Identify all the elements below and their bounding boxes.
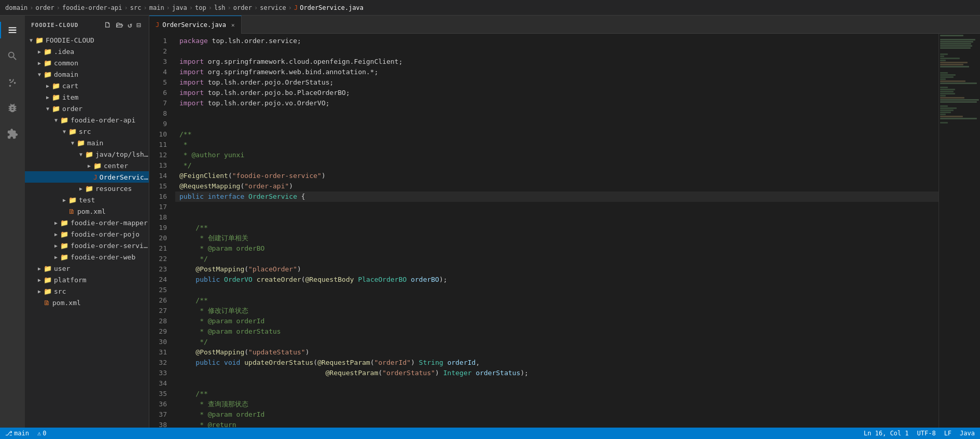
folder-icon: 📁 xyxy=(44,71,52,78)
error-icon: ⚠ xyxy=(37,430,41,437)
status-line-col[interactable]: Ln 16, Col 1 xyxy=(864,430,909,437)
breadcrumb-service[interactable]: service xyxy=(260,4,286,11)
sidebar-item-test[interactable]: ▶ 📁 test xyxy=(25,194,149,205)
sidebar-item-foodie-order-pojo[interactable]: ▶ 📁 foodie-order-pojo xyxy=(25,228,149,240)
sidebar-item-label: foodie-order-api xyxy=(71,116,149,124)
minimap-content xyxy=(939,34,980,428)
collapse-icon[interactable]: ⊟ xyxy=(136,20,143,30)
sidebar-item-item[interactable]: ▶ 📁 item xyxy=(25,91,149,103)
arrow-icon: ▶ xyxy=(85,163,93,169)
sidebar-item-label: order xyxy=(62,105,149,113)
folder-icon: 📁 xyxy=(68,196,77,204)
sidebar-item-pom-order-api[interactable]: ▶ 🗎 pom.xml xyxy=(25,205,149,217)
breadcrumb-order[interactable]: order xyxy=(36,4,54,11)
breadcrumb-top[interactable]: top xyxy=(195,4,206,11)
new-file-icon[interactable]: 🗋 xyxy=(103,20,113,30)
sidebar-item-idea[interactable]: ▶ 📁 .idea xyxy=(25,46,149,57)
sidebar-item-label: domain xyxy=(54,71,149,78)
code-line: /** xyxy=(175,223,939,233)
arrow-icon: ▶ xyxy=(52,254,60,260)
code-line: @PostMapping("placeOrder") xyxy=(175,264,939,275)
code-line: public interface OrderService { xyxy=(175,191,939,202)
code-line: */ xyxy=(175,254,939,264)
sidebar-item-domain[interactable]: ▼ 📁 domain xyxy=(25,68,149,80)
arrow-icon: ▼ xyxy=(68,140,77,146)
breadcrumb-order2[interactable]: order xyxy=(233,4,252,11)
code-line: * xyxy=(175,140,939,150)
status-encoding[interactable]: UTF-8 xyxy=(917,430,936,437)
sidebar-item-foodie-order-service[interactable]: ▶ 📁 foodie-order-service xyxy=(25,240,149,251)
sidebar-item-label: item xyxy=(62,93,149,101)
sidebar-item-foodie-order-api[interactable]: ▼ 📁 foodie-order-api xyxy=(25,114,149,126)
breadcrumb-domain[interactable]: domain xyxy=(5,4,27,11)
sidebar-item-label: platform xyxy=(54,276,149,284)
activity-explorer[interactable] xyxy=(0,18,25,43)
sidebar-item-pom-root[interactable]: ▶ 🗎 pom.xml xyxy=(25,297,149,308)
code-line: @RequestMapping("order-api") xyxy=(175,181,939,191)
breadcrumb-main[interactable]: main xyxy=(149,4,164,11)
code-line: * @param orderStatus xyxy=(175,326,939,337)
activity-debug[interactable] xyxy=(0,95,25,120)
activity-search[interactable] xyxy=(0,44,25,68)
folder-icon: 📁 xyxy=(52,82,60,90)
status-branch[interactable]: ⎇ main xyxy=(5,430,29,437)
sidebar-item-label: foodie-order-mapper xyxy=(71,219,149,227)
sidebar-item-foodie-order-mapper[interactable]: ▶ 📁 foodie-order-mapper xyxy=(25,217,149,228)
refresh-icon[interactable]: ↺ xyxy=(127,20,133,30)
sidebar-item-common[interactable]: ▶ 📁 common xyxy=(25,57,149,68)
arrow-icon: ▶ xyxy=(44,83,52,89)
error-count: 0 xyxy=(43,430,46,437)
arrow-icon: ▶ xyxy=(52,231,60,237)
sidebar-item-cart[interactable]: ▶ 📁 cart xyxy=(25,80,149,91)
status-lineending[interactable]: LF xyxy=(944,430,951,437)
arrow-icon: ▶ xyxy=(35,266,44,271)
sidebar-item-label: cart xyxy=(62,82,149,90)
code-editor[interactable]: 123 456 789 101112 131415 161718 192021 … xyxy=(149,34,939,428)
arrow-icon: ▶ xyxy=(35,289,44,294)
folder-icon: 📁 xyxy=(85,185,93,193)
sidebar-item-user[interactable]: ▶ 📁 user xyxy=(25,263,149,274)
tab-orderservice[interactable]: J OrderService.java ✕ xyxy=(149,16,242,34)
sidebar-item-orderservice[interactable]: ▶ J OrderService.java xyxy=(25,171,149,183)
sidebar-item-src-root[interactable]: ▶ 📁 src xyxy=(25,285,149,297)
code-line: import top.lsh.order.pojo.vo.OrderVO; xyxy=(175,98,939,108)
breadcrumb-java[interactable]: java xyxy=(172,4,187,11)
folder-icon: 📁 xyxy=(60,219,68,227)
sidebar-item-center[interactable]: ▶ 📁 center xyxy=(25,160,149,171)
folder-icon: 📁 xyxy=(44,276,52,284)
arrow-icon: ▶ xyxy=(44,94,52,100)
code-line: * @param orderId xyxy=(175,409,939,420)
sidebar-item-java-top[interactable]: ▼ 📁 java/top/lsh/order/s... xyxy=(25,148,149,160)
breadcrumb-src[interactable]: src xyxy=(130,4,142,11)
activity-scm[interactable] xyxy=(0,70,25,94)
sidebar-item-order[interactable]: ▼ 📁 order xyxy=(25,103,149,114)
sidebar-item-label: java/top/lsh/order/s... xyxy=(95,150,149,158)
arrow-icon: ▼ xyxy=(77,152,85,157)
sidebar-item-src[interactable]: ▼ 📁 src xyxy=(25,126,149,137)
breadcrumb-lsh[interactable]: lsh xyxy=(214,4,226,11)
xml-file-icon: 🗎 xyxy=(68,208,75,215)
code-line: * @author yunxi xyxy=(175,150,939,160)
sidebar-item-foodie-order-web[interactable]: ▶ 📁 foodie-order-web xyxy=(25,251,149,263)
code-line xyxy=(175,119,939,129)
breadcrumb-filename[interactable]: OrderService.java xyxy=(300,4,363,11)
status-errors[interactable]: ⚠ 0 xyxy=(37,430,46,437)
folder-icon: 📁 xyxy=(77,139,85,147)
sidebar-item-platform[interactable]: ▶ 📁 platform xyxy=(25,274,149,285)
sidebar-item-foodie-cloud[interactable]: ▼ 📁 FOODIE-CLOUD xyxy=(25,34,149,46)
language-label: Java xyxy=(960,430,975,437)
tab-close-button[interactable]: ✕ xyxy=(231,22,235,29)
new-folder-icon[interactable]: 🗁 xyxy=(115,20,124,30)
code-line xyxy=(175,212,939,223)
sidebar-item-resources[interactable]: ▶ 📁 resources xyxy=(25,183,149,194)
breadcrumb-api[interactable]: foodie-order-api xyxy=(62,4,122,11)
sidebar-item-label: common xyxy=(54,59,149,67)
arrow-icon: ▶ xyxy=(52,243,60,249)
code-content[interactable]: package top.lsh.order.service; import or… xyxy=(175,34,939,428)
code-line: @RequestParam("orderStatus") Integer ord… xyxy=(175,368,939,378)
sidebar-item-label: foodie-order-pojo xyxy=(71,230,149,238)
status-language[interactable]: Java xyxy=(960,430,975,437)
activity-extensions[interactable] xyxy=(0,121,25,146)
code-line: /** xyxy=(175,389,939,399)
sidebar-item-main[interactable]: ▼ 📁 main xyxy=(25,137,149,148)
